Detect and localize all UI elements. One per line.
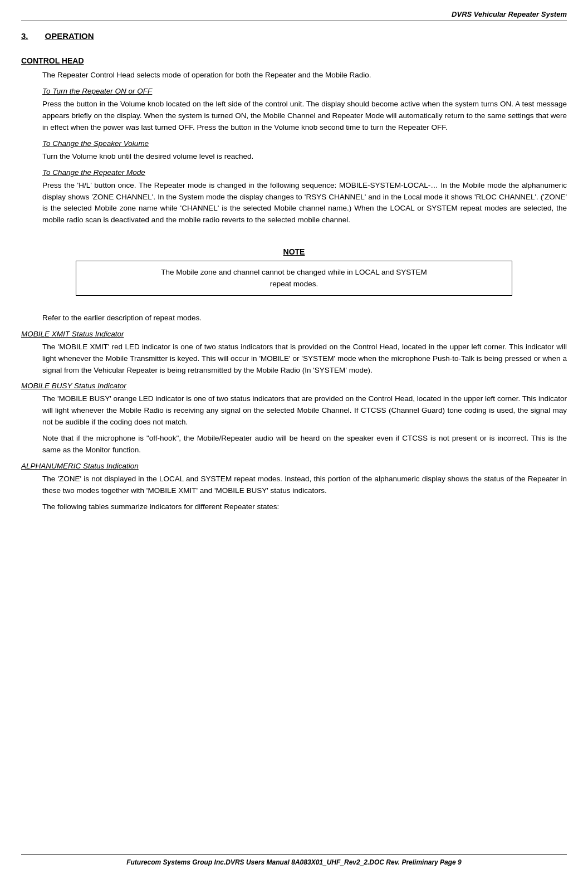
mobile-busy-link: MOBILE BUSY Status Indicator: [21, 382, 567, 390]
repeater-mode-body: Press the 'H/L' button once. The Repeate…: [42, 180, 567, 227]
control-head-title: CONTROL HEAD: [21, 56, 567, 65]
alphanumeric-body1: The 'ZONE' is not displayed in the LOCAL…: [42, 473, 567, 497]
note-box: The Mobile zone and channel cannot be ch…: [76, 261, 512, 296]
repeater-mode-link: To Change the Repeater Mode: [42, 168, 567, 177]
note-title: NOTE: [76, 247, 512, 256]
mobile-xmit-link: MOBILE XMIT Status Indicator: [21, 330, 567, 338]
refer-text: Refer to the earlier description of repe…: [42, 313, 567, 324]
section-number: 3.: [21, 31, 28, 41]
alphanumeric-body2: The following tables summarize indicator…: [42, 501, 567, 513]
footer-text: Futurecom Systems Group Inc.DVRS Users M…: [126, 858, 462, 866]
alphanumeric-link: ALPHANUMERIC Status Indication: [21, 462, 567, 470]
control-head-intro: The Repeater Control Head selects mode o…: [42, 70, 567, 81]
mobile-xmit-body: The 'MOBILE XMIT' red LED indicator is o…: [42, 341, 567, 377]
turn-on-off-body: Press the button in the Volume knob loca…: [42, 99, 567, 134]
speaker-volume-body: Turn the Volume knob until the desired v…: [42, 151, 567, 163]
page-header: DVRS Vehicular Repeater System: [21, 10, 567, 21]
header-title: DVRS Vehicular Repeater System: [452, 10, 567, 18]
mobile-busy-body2: Note that if the microphone is "off-hook…: [42, 433, 567, 456]
page-footer: Futurecom Systems Group Inc.DVRS Users M…: [21, 855, 567, 866]
note-box-text: The Mobile zone and channel cannot be ch…: [161, 268, 427, 287]
section-title: OPERATION: [45, 31, 94, 41]
note-section: NOTE The Mobile zone and channel cannot …: [76, 247, 512, 296]
mobile-busy-body1: The 'MOBILE BUSY' orange LED indicator i…: [42, 393, 567, 428]
turn-on-off-link: To Turn the Repeater ON or OFF: [42, 87, 567, 95]
speaker-volume-link: To Change the Speaker Volume: [42, 139, 567, 148]
